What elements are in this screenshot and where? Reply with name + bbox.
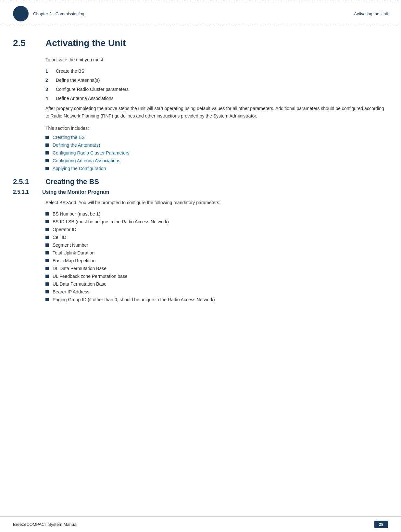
list-item: UL Data Permutation Base bbox=[45, 281, 388, 287]
bullet-icon bbox=[45, 159, 49, 162]
step-text: Configure Radio Cluster parameters bbox=[56, 87, 129, 92]
list-item: 1 Create the BS bbox=[45, 68, 388, 74]
param-text: BS ID LSB (must be unique in the Radio A… bbox=[53, 219, 169, 224]
bullet-icon bbox=[45, 290, 49, 293]
list-item: 2 Define the Antenna(s) bbox=[45, 78, 388, 83]
list-item: BS ID LSB (must be unique in the Radio A… bbox=[45, 219, 388, 224]
list-item: 3 Configure Radio Cluster parameters bbox=[45, 87, 388, 92]
toc-list: Creating the BS Defining the Antenna(s) … bbox=[45, 135, 388, 171]
toc-link-radio-cluster[interactable]: Configuring Radio Cluster Parameters bbox=[53, 150, 130, 155]
page-header: Chapter 2 - Commissioning Activating the… bbox=[0, 0, 401, 25]
section-2-5-heading: 2.5 Activating the Unit bbox=[13, 38, 388, 48]
bullet-icon bbox=[45, 236, 49, 239]
section-2-5-1-1-title: Using the Monitor Program bbox=[42, 189, 109, 195]
list-item: Applying the Configuration bbox=[45, 166, 388, 171]
bullet-icon bbox=[45, 267, 49, 270]
chapter-icon bbox=[13, 6, 29, 21]
toc-link-creating-bs[interactable]: Creating the BS bbox=[53, 135, 85, 140]
step-text: Create the BS bbox=[56, 68, 84, 74]
section-2-5-1-1-number: 2.5.1.1 bbox=[13, 189, 36, 195]
bullet-icon bbox=[45, 136, 49, 139]
steps-list: 1 Create the BS 2 Define the Antenna(s) … bbox=[45, 68, 388, 101]
param-text: BS Number (must be 1) bbox=[53, 211, 100, 217]
section-2-5-1-number: 2.5.1 bbox=[13, 178, 36, 186]
footer-brand: BreezeCOMPACT System Manual bbox=[13, 522, 77, 527]
step-num: 3 bbox=[45, 87, 51, 92]
bullet-icon bbox=[45, 220, 49, 223]
list-item: 4 Define Antenna Associations bbox=[45, 96, 388, 101]
bullet-icon bbox=[45, 167, 49, 170]
list-item: Operator ID bbox=[45, 227, 388, 232]
monitor-params-list: BS Number (must be 1) BS ID LSB (must be… bbox=[45, 211, 388, 302]
footer-page-number: 28 bbox=[374, 521, 388, 528]
header-section-title: Activating the Unit bbox=[354, 11, 388, 16]
list-item: Configuring Antenna Associations bbox=[45, 158, 388, 163]
step-num: 2 bbox=[45, 78, 51, 83]
bullet-icon bbox=[45, 275, 49, 278]
monitor-intro: Select BS>Add. You will be prompted to c… bbox=[45, 199, 388, 206]
section-includes-label: This section includes: bbox=[45, 125, 388, 132]
bullet-icon bbox=[45, 243, 49, 247]
param-text: Segment Number bbox=[53, 242, 88, 248]
bullet-icon bbox=[45, 228, 49, 231]
list-item: UL Feedback zone Permutation base bbox=[45, 274, 388, 279]
param-text: Cell ID bbox=[53, 235, 66, 240]
toc-link-applying-config[interactable]: Applying the Configuration bbox=[53, 166, 106, 171]
bullet-icon bbox=[45, 251, 49, 254]
bullet-icon bbox=[45, 143, 49, 147]
list-item: BS Number (must be 1) bbox=[45, 211, 388, 217]
param-text: DL Data Permutation Base bbox=[53, 266, 107, 271]
bullet-icon bbox=[45, 282, 49, 286]
section-2-5-1-heading: 2.5.1 Creating the BS bbox=[13, 178, 388, 186]
section-2-5-title: Activating the Unit bbox=[45, 38, 126, 48]
step-text: Define Antenna Associations bbox=[56, 96, 113, 101]
step-text: Define the Antenna(s) bbox=[56, 78, 100, 83]
param-text: Paging Group ID (if other than 0, should… bbox=[53, 297, 215, 302]
bullet-icon bbox=[45, 212, 49, 216]
header-left: Chapter 2 - Commissioning bbox=[13, 6, 84, 21]
step-num: 1 bbox=[45, 68, 51, 74]
list-item: Bearer IP Address bbox=[45, 289, 388, 294]
toc-link-defining-antenna[interactable]: Defining the Antenna(s) bbox=[53, 142, 100, 148]
param-text: Bearer IP Address bbox=[53, 289, 89, 294]
toc-link-antenna-assoc[interactable]: Configuring Antenna Associations bbox=[53, 158, 120, 163]
list-item: Defining the Antenna(s) bbox=[45, 142, 388, 148]
header-chapter-title: Chapter 2 - Commissioning bbox=[33, 11, 84, 16]
section-2-5-1-1-heading: 2.5.1.1 Using the Monitor Program bbox=[13, 189, 388, 195]
param-text: Total Uplink Duration bbox=[53, 250, 94, 255]
param-text: Basic Map Repetition bbox=[53, 258, 95, 263]
section-2-5-1-title: Creating the BS bbox=[45, 178, 99, 186]
param-text: UL Feedback zone Permutation base bbox=[53, 274, 128, 279]
list-item: Cell ID bbox=[45, 235, 388, 240]
list-item: Total Uplink Duration bbox=[45, 250, 388, 255]
main-content: 2.5 Activating the Unit To activate the … bbox=[0, 25, 401, 333]
param-text: Operator ID bbox=[53, 227, 76, 232]
list-item: Basic Map Repetition bbox=[45, 258, 388, 263]
bullet-icon bbox=[45, 151, 49, 155]
list-item: DL Data Permutation Base bbox=[45, 266, 388, 271]
bullet-icon bbox=[45, 298, 49, 301]
list-item: Segment Number bbox=[45, 242, 388, 248]
page-footer: BreezeCOMPACT System Manual 28 bbox=[0, 516, 401, 532]
param-text: UL Data Permutation Base bbox=[53, 281, 107, 287]
list-item: Configuring Radio Cluster Parameters bbox=[45, 150, 388, 155]
bullet-icon bbox=[45, 259, 49, 262]
paragraph1: After properly completing the above step… bbox=[45, 105, 388, 119]
step-num: 4 bbox=[45, 96, 51, 101]
intro-text: To activate the unit you must: bbox=[45, 56, 388, 63]
section-2-5-number: 2.5 bbox=[13, 38, 36, 48]
list-item: Paging Group ID (if other than 0, should… bbox=[45, 297, 388, 302]
list-item: Creating the BS bbox=[45, 135, 388, 140]
